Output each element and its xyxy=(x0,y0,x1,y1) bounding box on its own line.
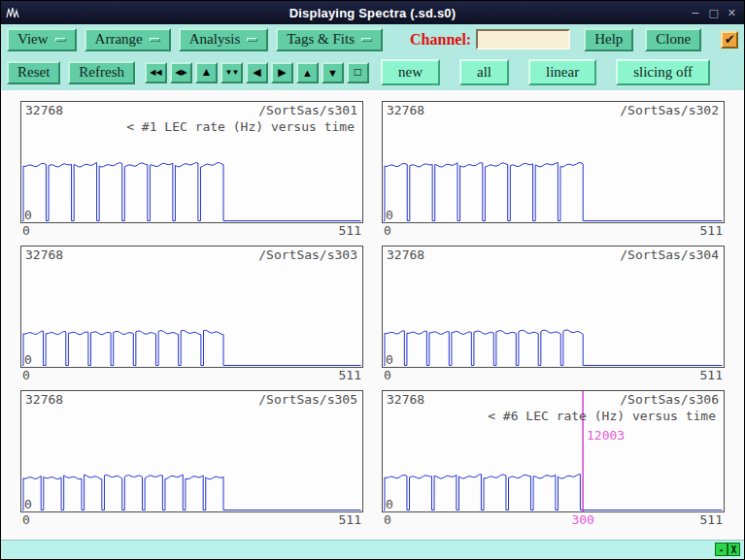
spectrum-name: /SortSas/s302 xyxy=(620,103,719,117)
yzero-label: 0 xyxy=(24,497,32,511)
x-axis-labels: 0 300 511 xyxy=(382,512,725,528)
spectrum-trace xyxy=(21,247,362,367)
channel-label: Channel: xyxy=(410,31,471,49)
spectrum-plot[interactable]: 32768 /SortSas/s304 0 xyxy=(382,246,725,368)
x-min-label: 0 xyxy=(384,512,391,528)
menu-indicator-icon xyxy=(150,38,160,42)
menu-view[interactable]: View xyxy=(7,28,77,51)
check-icon: ✔ xyxy=(725,32,735,48)
menubar: View Arrange Analysis Tags & Fits Channe… xyxy=(1,24,744,54)
yzero-label: 0 xyxy=(386,208,393,222)
menu-indicator-icon xyxy=(247,38,257,42)
spectrum-trace xyxy=(383,247,724,367)
menu-indicator-icon xyxy=(361,38,372,42)
clone-label: Clone xyxy=(656,31,691,48)
ymax-label: 32768 xyxy=(387,392,424,407)
all-label: all xyxy=(477,64,491,81)
maximize-icon[interactable]: □ xyxy=(708,7,718,19)
spectrum-annotation: < #6 LEC rate (Hz) versus time xyxy=(488,409,716,423)
slicing-label: slicing off xyxy=(633,64,693,81)
channel-input[interactable] xyxy=(476,29,570,49)
window-title: Displaying Spectra (.sd.s0) xyxy=(1,6,744,20)
statusbar-controls: - X xyxy=(715,543,740,556)
statusbar-close-icon[interactable]: X xyxy=(728,543,740,556)
help-label: Help xyxy=(594,31,623,48)
window-controls: − □ ✕ xyxy=(691,7,736,19)
toolbar: Reset Refresh ◀◀ ◀▶ ▲ ▼▼ ◀ ▶ ▲ ▼ □ new a… xyxy=(1,54,744,90)
checkbox[interactable]: ✔ xyxy=(721,31,738,49)
full-view-icon[interactable]: □ xyxy=(347,62,369,83)
refresh-label: Refresh xyxy=(79,64,124,81)
x-max-label: 511 xyxy=(339,368,361,383)
spectra-area: 32768 /SortSas/s301 < #1 LEC rate (Hz) v… xyxy=(1,90,744,540)
spectrum-panel: 32768 /SortSas/s306 < #6 LEC rate (Hz) v… xyxy=(382,390,725,528)
yzero-label: 0 xyxy=(386,352,393,367)
x-axis-labels: 0 511 xyxy=(20,223,363,239)
menu-analysis-label: Analysis xyxy=(189,31,241,48)
spectrum-name: /SortSas/s303 xyxy=(258,247,357,262)
x-max-label: 511 xyxy=(339,223,361,239)
shift-left-fast-icon[interactable]: ◀◀ xyxy=(145,62,167,83)
ymax-label: 32768 xyxy=(387,247,424,262)
menu-tags-fits[interactable]: Tags & Fits xyxy=(276,28,383,51)
ymax-label: 32768 xyxy=(25,103,63,117)
titlebar[interactable]: Displaying Spectra (.sd.s0) − □ ✕ xyxy=(1,1,744,24)
cursor-value-label: 12003 xyxy=(587,428,625,443)
all-button[interactable]: all xyxy=(459,59,509,85)
x-min-label: 0 xyxy=(22,223,30,239)
close-icon[interactable]: ✕ xyxy=(728,7,736,19)
menu-tags-fits-label: Tags & Fits xyxy=(287,31,355,48)
x-max-label: 511 xyxy=(700,512,723,528)
menu-view-label: View xyxy=(17,31,49,48)
linear-button[interactable]: linear xyxy=(528,59,596,85)
x-axis-labels: 0 511 xyxy=(382,223,725,239)
spectrum-panel: 32768 /SortSas/s305 0 0 511 xyxy=(20,390,363,528)
shift-left-icon[interactable]: ◀ xyxy=(246,62,268,83)
yzero-label: 0 xyxy=(386,497,393,511)
app-icon xyxy=(6,6,19,19)
minimize-icon[interactable]: − xyxy=(691,7,699,19)
shift-down-icon[interactable]: ▼ xyxy=(322,62,344,83)
ymax-label: 32768 xyxy=(25,247,63,262)
ymax-label: 32768 xyxy=(387,103,424,117)
menu-analysis[interactable]: Analysis xyxy=(179,28,269,51)
x-min-label: 0 xyxy=(384,368,391,383)
shift-up-fast-icon[interactable]: ▲ xyxy=(195,62,218,83)
statusbar-minimize-icon[interactable]: - xyxy=(715,543,728,556)
expand-horizontal-icon[interactable]: ◀▶ xyxy=(170,62,192,83)
ymax-label: 32768 xyxy=(25,392,63,407)
x-min-label: 0 xyxy=(22,368,30,383)
reset-label: Reset xyxy=(17,64,50,81)
spectrum-panel: 32768 /SortSas/s301 < #1 LEC rate (Hz) v… xyxy=(20,101,363,239)
shift-right-icon[interactable]: ▶ xyxy=(271,62,293,83)
refresh-button[interactable]: Refresh xyxy=(68,61,135,84)
app-window: Displaying Spectra (.sd.s0) − □ ✕ View A… xyxy=(0,0,745,560)
x-min-label: 0 xyxy=(22,512,30,528)
menu-arrange-label: Arrange xyxy=(95,31,143,48)
clone-button[interactable]: Clone xyxy=(645,28,701,51)
menu-indicator-icon xyxy=(55,38,66,42)
spectrum-name: /SortSas/s301 xyxy=(258,103,357,117)
cursor-x-label: 300 xyxy=(571,512,593,527)
yzero-label: 0 xyxy=(24,352,32,367)
spectra-grid: 32768 /SortSas/s301 < #1 LEC rate (Hz) v… xyxy=(1,90,744,528)
x-min-label: 0 xyxy=(384,223,391,239)
spectrum-plot[interactable]: 32768 /SortSas/s305 0 xyxy=(20,390,363,512)
x-max-label: 511 xyxy=(700,223,723,239)
spectrum-plot[interactable]: 32768 /SortSas/s303 0 xyxy=(20,246,363,368)
help-button[interactable]: Help xyxy=(584,28,633,51)
shift-down-fast-icon[interactable]: ▼▼ xyxy=(220,62,243,83)
x-max-label: 511 xyxy=(700,368,723,383)
reset-button[interactable]: Reset xyxy=(7,61,60,84)
slicing-button[interactable]: slicing off xyxy=(616,59,710,85)
yzero-label: 0 xyxy=(24,208,32,222)
spectrum-name: /SortSas/s306 xyxy=(620,392,719,407)
shift-up-icon[interactable]: ▲ xyxy=(296,62,319,83)
menu-arrange[interactable]: Arrange xyxy=(85,28,171,51)
spectrum-plot[interactable]: 32768 /SortSas/s306 < #6 LEC rate (Hz) v… xyxy=(382,390,725,512)
spectrum-plot[interactable]: 32768 /SortSas/s302 0 xyxy=(382,101,725,223)
linear-label: linear xyxy=(546,64,579,81)
new-button[interactable]: new xyxy=(381,59,440,85)
spectrum-plot[interactable]: 32768 /SortSas/s301 < #1 LEC rate (Hz) v… xyxy=(20,101,363,223)
nav-button-cluster: ◀◀ ◀▶ ▲ ▼▼ ◀ ▶ ▲ ▼ □ xyxy=(145,62,369,83)
